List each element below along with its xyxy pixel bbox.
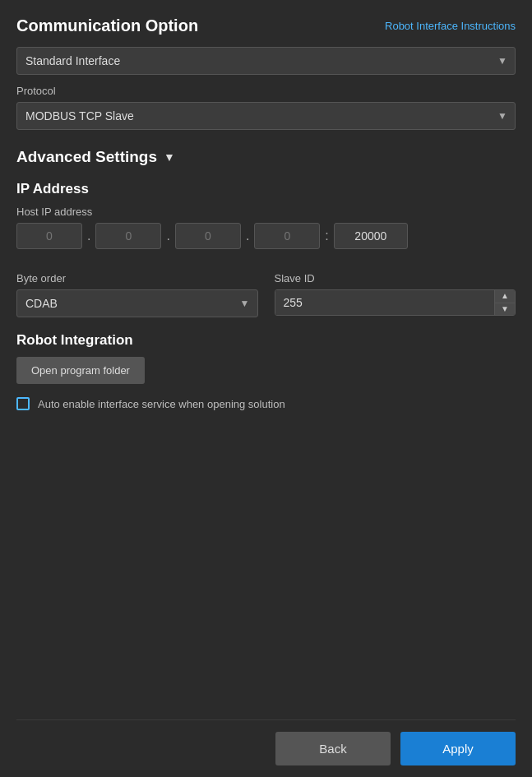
protocol-select[interactable]: MODBUS TCP Slave [16,102,516,130]
protocol-dropdown-wrapper: MODBUS TCP Slave ▼ [16,102,516,130]
slave-id-spin-buttons: ▲ ▼ [494,290,515,315]
byte-order-dropdown-wrapper: CDAB ▼ [16,289,258,317]
slave-id-increment-button[interactable]: ▲ [495,290,515,303]
slave-id-label: Slave ID [275,272,516,284]
advanced-settings-title: Advanced Settings [16,148,157,166]
slave-id-input[interactable] [275,290,495,315]
ip-separator-2: . [164,229,171,243]
byte-order-select[interactable]: CDAB [16,289,258,317]
port-field[interactable] [334,223,408,249]
ip-address-title: IP Address [16,181,516,197]
open-program-folder-button[interactable]: Open program folder [16,357,145,384]
footer-bar: Back Apply [16,719,516,777]
robot-integration-title: Robot Integration [16,332,516,349]
ip-octet-2[interactable] [95,223,161,249]
ip-octet-4[interactable] [254,223,320,249]
ip-port-separator: : [323,229,330,243]
page-title: Communication Option [16,16,198,35]
apply-button[interactable]: Apply [400,732,516,765]
advanced-settings-row[interactable]: Advanced Settings ▼ [16,148,516,166]
ip-octet-1[interactable] [16,223,82,249]
ip-address-section: IP Address Host IP address . . . : [16,181,516,259]
byte-order-label: Byte order [16,272,258,284]
robot-interface-instructions-link[interactable]: Robot Interface Instructions [385,20,516,32]
ip-octet-3[interactable] [175,223,241,249]
robot-integration-section: Robot Integration Open program folder Au… [16,332,516,410]
ip-separator-1: . [86,229,92,243]
slave-id-col: Slave ID ▲ ▼ [275,272,516,317]
byte-order-slave-row: Byte order CDAB ▼ Slave ID ▲ ▼ [16,272,516,317]
host-ip-label: Host IP address [16,206,516,218]
back-button[interactable]: Back [275,732,391,765]
auto-enable-checkbox[interactable] [16,397,30,410]
header-row: Communication Option Robot Interface Ins… [16,16,516,35]
slave-id-spinbox: ▲ ▼ [275,289,516,316]
advanced-settings-chevron-down-icon: ▼ [164,150,175,164]
auto-enable-row: Auto enable interface service when openi… [16,397,516,410]
auto-enable-label: Auto enable interface service when openi… [38,398,285,410]
interface-dropdown-wrapper: Standard Interface ▼ [16,47,516,75]
ip-separator-3: . [244,229,251,243]
slave-id-decrement-button[interactable]: ▼ [495,303,515,316]
interface-select[interactable]: Standard Interface [16,47,516,75]
byte-order-col: Byte order CDAB ▼ [16,272,258,317]
protocol-label: Protocol [16,85,516,97]
ip-input-row: . . . : [16,223,516,249]
